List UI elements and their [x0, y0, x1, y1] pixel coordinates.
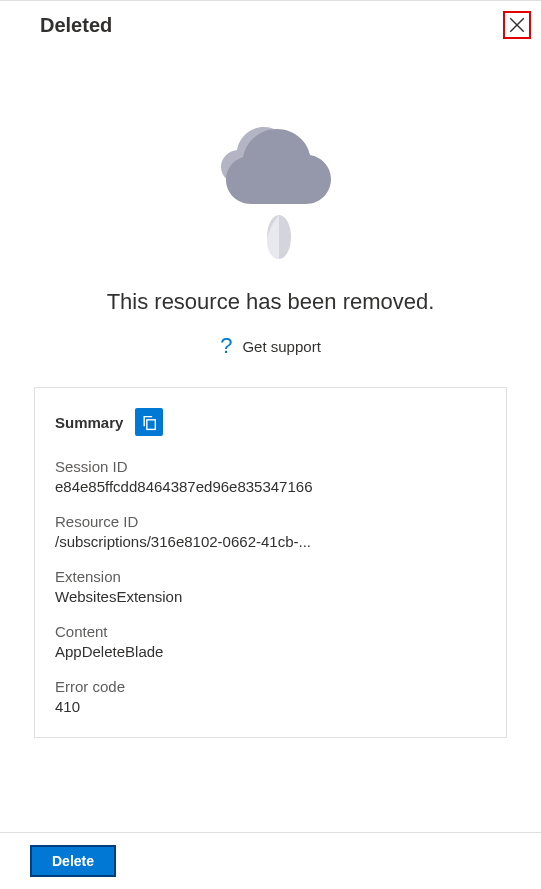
- support-link-text: Get support: [242, 338, 320, 355]
- field-label: Content: [55, 623, 486, 640]
- help-icon: ?: [220, 333, 232, 359]
- field-session-id: Session ID e84e85ffcdd8464387ed96e835347…: [55, 458, 486, 495]
- field-value: /subscriptions/316e8102-0662-41cb-...: [55, 533, 486, 550]
- field-content: Content AppDeleteBlade: [55, 623, 486, 660]
- field-label: Extension: [55, 568, 486, 585]
- field-label: Error code: [55, 678, 486, 695]
- removed-message: This resource has been removed.: [34, 289, 507, 315]
- field-error-code: Error code 410: [55, 678, 486, 715]
- field-extension: Extension WebsitesExtension: [55, 568, 486, 605]
- field-resource-id: Resource ID /subscriptions/316e8102-0662…: [55, 513, 486, 550]
- cloud-rain-icon: [191, 109, 351, 269]
- svg-rect-3: [147, 419, 156, 429]
- copy-icon: [141, 414, 158, 431]
- copy-button[interactable]: [135, 408, 163, 436]
- cloud-illustration: [34, 109, 507, 269]
- panel-header: Deleted: [0, 0, 541, 49]
- summary-title: Summary: [55, 414, 123, 431]
- field-value: e84e85ffcdd8464387ed96e835347166: [55, 478, 486, 495]
- summary-header: Summary: [55, 408, 486, 436]
- field-value: 410: [55, 698, 486, 715]
- close-icon: [508, 16, 526, 34]
- field-label: Resource ID: [55, 513, 486, 530]
- close-button[interactable]: [503, 11, 531, 39]
- field-value: WebsitesExtension: [55, 588, 486, 605]
- panel-content: This resource has been removed. ? Get su…: [0, 49, 541, 768]
- panel-title: Deleted: [40, 14, 112, 37]
- delete-button[interactable]: Delete: [30, 845, 116, 877]
- summary-box: Summary Session ID e84e85ffcdd8464387ed9…: [34, 387, 507, 738]
- field-label: Session ID: [55, 458, 486, 475]
- panel-footer: Delete: [0, 832, 541, 889]
- field-value: AppDeleteBlade: [55, 643, 486, 660]
- get-support-link[interactable]: ? Get support: [34, 333, 507, 359]
